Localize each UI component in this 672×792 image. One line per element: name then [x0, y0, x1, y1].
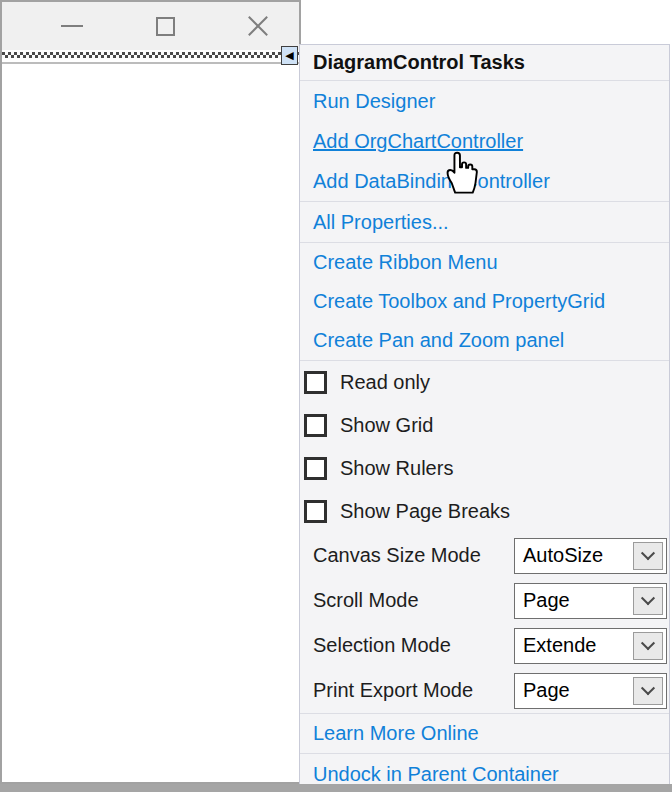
maximize-button[interactable]	[142, 2, 188, 50]
link-add-databindingcontroller[interactable]: Add DataBindingController	[313, 170, 550, 193]
dropdown-row: Selection Mode Extende	[300, 623, 669, 668]
titlebar-edge-line	[2, 62, 299, 64]
show-page-breaks-checkbox[interactable]	[304, 500, 327, 523]
diagramcontrol-tasks-panel: DiagramControl Tasks Run Designer Add Or…	[299, 44, 670, 784]
dropdown-label: Scroll Mode	[313, 589, 514, 612]
selection-mode-dropdown[interactable]: Extende	[514, 628, 667, 664]
maximize-icon	[156, 17, 175, 36]
show-grid-checkbox[interactable]	[304, 414, 327, 437]
dropdown-row: Scroll Mode Page	[300, 578, 669, 623]
dropdown-button[interactable]	[633, 542, 663, 570]
chevron-down-icon	[641, 636, 655, 650]
dropdown-label: Canvas Size Mode	[313, 544, 514, 567]
smart-tag-collapse-icon: ◀	[285, 49, 293, 61]
link-learn-more-online[interactable]: Learn More Online	[313, 722, 479, 745]
checkbox-group: Read only Show Grid Show Rulers Show Pag…	[300, 361, 669, 533]
link-create-toolbox-propertygrid[interactable]: Create Toolbox and PropertyGrid	[313, 290, 605, 313]
designer-surface: ◀ DiagramControl Tasks Run Designer Add …	[0, 0, 672, 792]
backdrop-strip	[0, 784, 672, 792]
checkbox-label: Show Rulers	[340, 457, 453, 480]
dropdown-group: Canvas Size Mode AutoSize Scroll Mode Pa…	[300, 533, 669, 713]
link-row: Run Designer	[300, 81, 669, 121]
dropdown-value: Page	[515, 679, 630, 702]
link-create-ribbon-menu[interactable]: Create Ribbon Menu	[313, 251, 498, 274]
smart-tag-collapse-button[interactable]: ◀	[281, 46, 298, 65]
checkbox-row: Show Page Breaks	[300, 490, 669, 533]
chevron-down-icon	[641, 591, 655, 605]
dropdown-button[interactable]	[633, 587, 663, 615]
checkbox-label: Read only	[340, 371, 430, 394]
close-button[interactable]	[235, 2, 281, 50]
link-group-create: Create Ribbon Menu Create Toolbox and Pr…	[300, 243, 669, 361]
checkbox-label: Show Grid	[340, 414, 433, 437]
link-run-designer[interactable]: Run Designer	[313, 90, 435, 113]
footer-link-group: Learn More Online	[300, 713, 669, 754]
minimize-icon	[61, 25, 83, 27]
dropdown-row: Canvas Size Mode AutoSize	[300, 533, 669, 578]
link-add-orgchartcontroller[interactable]: Add OrgChartController	[313, 130, 523, 153]
dropdown-button[interactable]	[633, 632, 663, 660]
chevron-down-icon	[641, 681, 655, 695]
dropdown-value: Extende	[515, 634, 630, 657]
link-all-properties[interactable]: All Properties...	[313, 211, 449, 234]
panel-title: DiagramControl Tasks	[300, 45, 669, 81]
show-rulers-checkbox[interactable]	[304, 457, 327, 480]
canvas-size-mode-dropdown[interactable]: AutoSize	[514, 538, 667, 574]
designed-form-window	[0, 0, 301, 784]
dropdown-value: Page	[515, 589, 630, 612]
link-row: Create Ribbon Menu	[300, 243, 669, 282]
link-row: Add OrgChartController	[300, 121, 669, 161]
link-row: All Properties...	[300, 202, 669, 242]
dropdown-row: Print Export Mode Page	[300, 668, 669, 713]
footer-link-group: Undock in Parent Container	[300, 754, 669, 784]
scroll-mode-dropdown[interactable]: Page	[514, 583, 667, 619]
link-undock-in-parent-container[interactable]: Undock in Parent Container	[313, 763, 559, 785]
dropdown-value: AutoSize	[515, 544, 630, 567]
link-row: Create Toolbox and PropertyGrid	[300, 282, 669, 321]
link-create-pan-zoom-panel[interactable]: Create Pan and Zoom panel	[313, 329, 564, 352]
checkbox-row: Read only	[300, 361, 669, 404]
checkbox-label: Show Page Breaks	[340, 500, 510, 523]
dropdown-button[interactable]	[633, 677, 663, 705]
close-icon	[247, 15, 269, 37]
dropdown-label: Print Export Mode	[313, 679, 514, 702]
selection-marching-ants	[2, 52, 299, 58]
dropdown-label: Selection Mode	[313, 634, 514, 657]
minimize-button[interactable]	[49, 2, 95, 50]
form-titlebar	[2, 2, 299, 50]
checkbox-row: Show Rulers	[300, 447, 669, 490]
link-row: Undock in Parent Container	[300, 754, 669, 784]
link-row: Add DataBindingController	[300, 161, 669, 201]
read-only-checkbox[interactable]	[304, 371, 327, 394]
link-row: Create Pan and Zoom panel	[300, 321, 669, 360]
link-row: Learn More Online	[300, 714, 669, 753]
print-export-mode-dropdown[interactable]: Page	[514, 673, 667, 709]
chevron-down-icon	[641, 546, 655, 560]
link-group-primary: Run Designer Add OrgChartController Add …	[300, 81, 669, 202]
checkbox-row: Show Grid	[300, 404, 669, 447]
link-group-properties: All Properties...	[300, 202, 669, 243]
